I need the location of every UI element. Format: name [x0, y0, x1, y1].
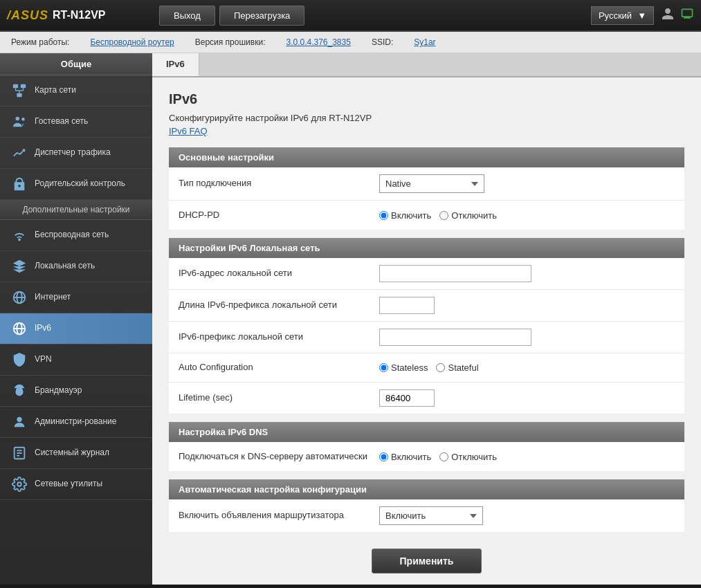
dhcp-pd-off-radio[interactable] — [439, 211, 448, 220]
autoconf-control: Stateless Stateful — [379, 362, 675, 373]
mode-label: Режим работы: — [11, 37, 69, 47]
utils-icon — [11, 476, 28, 493]
ipv6-addr-control — [379, 265, 675, 282]
sidebar-item-guest-net[interactable]: Гостевая сеть — [0, 107, 152, 138]
dhcp-pd-on-label[interactable]: Включить — [379, 210, 431, 221]
sidebar-label-ipv6: IPv6 — [35, 323, 51, 334]
section-dns: Настройка IPv6 DNS Подключаться к DNS-се… — [169, 422, 684, 471]
main-content: IPv6 IPv6 Сконфигурируйте настройки IPv6… — [152, 53, 701, 585]
autoconf-stateless-label[interactable]: Stateless — [379, 362, 428, 373]
firewall-icon — [11, 383, 28, 399]
dhcp-pd-control: Включить Отключить — [379, 210, 675, 221]
sidebar-label-lan: Локальная сеть — [35, 261, 95, 272]
sidebar-label-syslog: Системный журнал — [35, 448, 109, 459]
auto-dns-control: Включить Отключить — [379, 452, 675, 462]
dns-on-text: Включить — [391, 452, 431, 462]
prefix-input[interactable] — [379, 329, 531, 346]
section-basic-body: Тип подключения Native Tunnel 6in4 Tunne… — [169, 167, 684, 230]
dhcp-pd-off-label[interactable]: Отключить — [439, 210, 497, 221]
lifetime-input[interactable] — [379, 389, 435, 407]
svg-point-7 — [16, 117, 20, 121]
autoconf-stateful-label[interactable]: Stateful — [436, 362, 478, 373]
logo-area: /ASUS RT-N12VP — [7, 8, 159, 23]
sidebar-item-admin[interactable]: Администри-рование — [0, 407, 152, 438]
apply-button[interactable]: Применить — [372, 549, 482, 573]
sidebar-item-parental[interactable]: Родительский контроль — [0, 169, 152, 200]
sidebar-item-wireless[interactable]: Беспроводная сеть — [0, 220, 152, 251]
vpn-icon — [11, 351, 28, 368]
dns-off-label[interactable]: Отключить — [439, 452, 497, 462]
tab-ipv6[interactable]: IPv6 — [152, 53, 199, 76]
admin-icon — [11, 414, 28, 430]
dns-on-radio[interactable] — [379, 452, 388, 461]
prefix-control — [379, 329, 675, 346]
prefix-label: IPv6-префикс локальной сети — [179, 331, 379, 343]
section-autoconf-body: Включить объявления маршрутизатора Включ… — [169, 499, 684, 532]
ipv6-addr-label: IPv6-адрес локальной сети — [179, 268, 379, 279]
prefix-len-input[interactable] — [379, 297, 435, 314]
sidebar-item-network-map[interactable]: Карта сети — [0, 75, 152, 107]
sidebar-item-vpn[interactable]: VPN — [0, 344, 152, 376]
sidebar-item-traffic[interactable]: Диспетчер трафика — [0, 138, 152, 169]
svg-point-21 — [17, 482, 21, 486]
lan-icon — [11, 258, 28, 275]
language-selector[interactable]: Русский ▼ — [591, 6, 654, 25]
sidebar-label-network-map: Карта сети — [35, 85, 76, 96]
dhcp-pd-on-text: Включить — [391, 210, 431, 221]
section-local-body: IPv6-адрес локальной сети Длина IPv6-пре… — [169, 258, 684, 414]
sidebar-item-firewall[interactable]: Брандмауэр — [0, 376, 152, 407]
page-title: IPv6 — [169, 91, 684, 107]
firmware-value[interactable]: 3.0.0.4.376_3835 — [286, 37, 350, 47]
mode-value[interactable]: Беспроводной роутер — [90, 37, 174, 47]
row-prefix: IPv6-префикс локальной сети — [169, 322, 684, 353]
dhcp-pd-on-radio[interactable] — [379, 211, 388, 220]
svg-point-9 — [19, 239, 20, 241]
monitor-icon[interactable] — [680, 7, 694, 24]
user-icon[interactable] — [661, 7, 675, 24]
autoconf-stateful-text: Stateful — [448, 362, 478, 373]
svg-rect-0 — [13, 84, 18, 89]
dhcp-pd-off-text: Отключить — [451, 210, 497, 221]
sidebar-label-guest-net: Гостевая сеть — [35, 116, 88, 127]
dns-on-label[interactable]: Включить — [379, 452, 431, 462]
svg-point-16 — [17, 417, 21, 422]
ssid-value[interactable]: Sy1ar — [414, 37, 435, 47]
sidebar-item-internet[interactable]: Интернет — [0, 282, 152, 313]
parental-icon — [11, 176, 28, 192]
advert-select[interactable]: Включить Отключить — [379, 506, 483, 525]
ipv6-addr-input[interactable] — [379, 265, 531, 282]
advert-control: Включить Отключить — [379, 506, 675, 525]
section-local-header: Настройки IPv6 Локальная сеть — [169, 238, 684, 258]
faq-link[interactable]: IPv6 FAQ — [169, 126, 684, 136]
guest-net-icon — [11, 113, 28, 130]
sidebar-item-utils[interactable]: Сетевые утилиты — [0, 469, 152, 500]
conn-type-select[interactable]: Native Tunnel 6in4 Tunnel 6to4 FLETS IPv… — [379, 174, 484, 193]
svg-point-8 — [21, 118, 25, 121]
autoconf-stateless-radio[interactable] — [379, 363, 388, 372]
reboot-button[interactable]: Перезагрузка — [219, 6, 304, 26]
syslog-icon — [11, 445, 28, 461]
dns-off-radio[interactable] — [439, 452, 448, 461]
sidebar-item-syslog[interactable]: Системный журнал — [0, 438, 152, 469]
row-lifetime: Lifetime (sec) — [169, 383, 684, 414]
sidebar-label-firewall: Брандмауэр — [35, 385, 82, 396]
logout-button[interactable]: Выход — [159, 6, 215, 26]
network-map-icon — [11, 82, 28, 99]
status-bar: Режим работы: Беспроводной роутер Версия… — [0, 32, 701, 53]
sidebar-label-vpn: VPN — [35, 354, 52, 365]
lifetime-control — [379, 389, 675, 407]
section-autoconf-header: Автоматическая настройка конфигурации — [169, 479, 684, 499]
autoconf-stateful-radio[interactable] — [436, 363, 445, 372]
lifetime-label: Lifetime (sec) — [179, 392, 379, 404]
sidebar-item-lan[interactable]: Локальная сеть — [0, 251, 152, 282]
tab-bar: IPv6 — [152, 53, 701, 77]
sidebar-item-ipv6[interactable]: IPv6 — [0, 313, 152, 344]
conn-type-label: Тип подключения — [179, 178, 379, 190]
section-dns-header: Настройка IPv6 DNS — [169, 422, 684, 442]
sidebar-label-parental: Родительский контроль — [35, 178, 125, 190]
row-prefix-len: Длина IPv6-префикса локальной сети — [169, 290, 684, 322]
apply-btn-area: Применить — [169, 538, 684, 585]
svg-rect-1 — [21, 84, 26, 89]
sidebar-label-wireless: Беспроводная сеть — [35, 230, 109, 241]
sidebar-section-general: Общие — [0, 53, 152, 75]
